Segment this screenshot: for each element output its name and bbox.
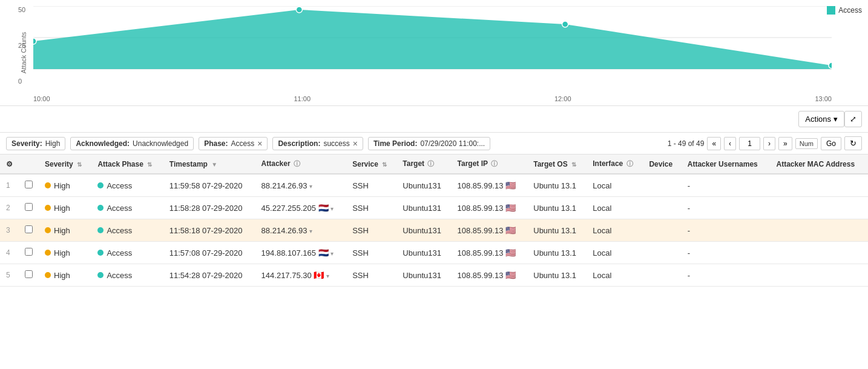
- cell-timestamp: 11:58:18 07-29-2020: [163, 219, 255, 242]
- target-flag: 🇺🇸: [505, 248, 516, 258]
- col-severity[interactable]: Severity ⇅: [39, 155, 91, 174]
- col-settings[interactable]: ⚙: [0, 155, 19, 174]
- filter-desc-close[interactable]: ×: [353, 139, 358, 148]
- filter-ack-value: Unacknowledged: [133, 139, 188, 148]
- filter-acknowledged: Acknowledged: Unacknowledged: [70, 137, 194, 150]
- cell-target: Ubuntu131: [396, 197, 451, 219]
- svg-marker-3: [33, 10, 832, 69]
- x-label-1200: 12:00: [554, 95, 571, 102]
- cell-service: SSH: [346, 197, 396, 219]
- attacker-chevron[interactable]: ▾: [326, 273, 329, 279]
- target-flag: 🇺🇸: [505, 181, 516, 190]
- cell-severity: High: [39, 242, 91, 264]
- y-tick-0: 0: [18, 78, 25, 85]
- severity-text: High: [54, 271, 70, 280]
- filters-row: Severity: High Acknowledged: Unacknowled…: [0, 133, 868, 155]
- cell-timestamp: 11:58:28 07-29-2020: [163, 197, 255, 219]
- filter-phase[interactable]: Phase: Access ×: [199, 137, 268, 150]
- attacker-chevron[interactable]: ▾: [330, 250, 334, 257]
- severity-dot: [45, 205, 51, 211]
- x-axis-labels: 10:00 11:00 12:00 13:00: [33, 95, 832, 102]
- phase-dot: [97, 182, 104, 188]
- page-number-input[interactable]: [739, 137, 760, 150]
- cell-target: Ubuntu131: [396, 174, 451, 197]
- table-header-row: ⚙ Severity ⇅ Attack Phase ⇅ Timestamp ▼ …: [0, 155, 868, 174]
- cell-settings: 1: [0, 174, 19, 197]
- filter-phase-key: Phase:: [204, 139, 228, 148]
- col-attacker-usernames[interactable]: Attacker Usernames: [682, 155, 771, 174]
- cell-target-ip: 108.85.99.13 🇺🇸: [452, 242, 528, 264]
- filter-time: Time Period: 07/29/2020 11:00:...: [368, 137, 490, 150]
- phase-text: Access: [107, 226, 132, 235]
- cell-attack-phase: Access: [91, 264, 163, 287]
- cell-service: SSH: [346, 242, 396, 264]
- table-row[interactable]: 3 High Access 11:58:18 07-29-2020 88.214…: [0, 219, 868, 242]
- cell-attacker: 45.227.255.205 🇳🇱 ▾: [255, 197, 347, 219]
- page-first-button[interactable]: «: [707, 137, 721, 150]
- cell-attacker: 88.214.26.93 ▾: [255, 174, 347, 197]
- col-service[interactable]: Service ⇅: [346, 155, 396, 174]
- filter-time-value: 07/29/2020 11:00:...: [420, 139, 485, 148]
- cell-settings: 4: [0, 242, 19, 264]
- col-attack-phase[interactable]: Attack Phase ⇅: [91, 155, 163, 174]
- cell-checkbox[interactable]: [19, 264, 39, 287]
- col-target-os[interactable]: Target OS ⇅: [527, 155, 587, 174]
- filter-desc-value: success: [323, 139, 349, 148]
- attacker-flag: 🇳🇱: [318, 203, 329, 213]
- target-flag: 🇺🇸: [505, 225, 516, 235]
- actions-button[interactable]: Actions ▾: [798, 111, 844, 127]
- col-interface[interactable]: Interface ⓘ: [587, 155, 643, 174]
- filter-desc-key: Description:: [278, 139, 320, 148]
- table-row[interactable]: 2 High Access 11:58:28 07-29-2020 45.227…: [0, 197, 868, 219]
- phase-text: Access: [107, 181, 132, 190]
- page-prev-button[interactable]: ‹: [724, 137, 736, 150]
- col-timestamp[interactable]: Timestamp ▼: [163, 155, 255, 174]
- col-attacker-mac[interactable]: Attacker MAC Address: [771, 155, 868, 174]
- attacker-chevron[interactable]: ▾: [309, 183, 312, 190]
- cell-target-os: Ubuntu 13.1: [527, 242, 587, 264]
- table-row[interactable]: 4 High Access 11:57:08 07-29-2020 194.88…: [0, 242, 868, 264]
- attacker-flag: 🇨🇦: [314, 270, 324, 280]
- phase-dot: [97, 205, 104, 211]
- severity-dot: [45, 227, 51, 233]
- cell-severity: High: [39, 174, 91, 197]
- attacker-chevron[interactable]: ▾: [309, 228, 312, 234]
- chart-area: Attack Counts Access 50 25 0 10:00 11:00…: [0, 0, 868, 106]
- pagination: 1 - 49 of 49 « ‹ › » Num Go ↻: [668, 136, 862, 150]
- cell-checkbox[interactable]: [19, 197, 39, 219]
- table-wrap: ⚙ Severity ⇅ Attack Phase ⇅ Timestamp ▼ …: [0, 155, 868, 287]
- cell-checkbox[interactable]: [19, 219, 39, 242]
- filter-phase-value: Access: [231, 139, 255, 148]
- filter-severity: Severity: High: [6, 137, 65, 150]
- cell-attacker: 88.214.26.93 ▾: [255, 219, 347, 242]
- cell-target-ip: 108.85.99.13 🇺🇸: [452, 264, 528, 287]
- filter-description[interactable]: Description: success ×: [272, 137, 363, 150]
- page-next-button[interactable]: ›: [763, 137, 775, 150]
- page-last-button[interactable]: »: [778, 137, 792, 150]
- cell-interface: Local: [587, 197, 643, 219]
- go-button[interactable]: Go: [821, 137, 841, 150]
- attacker-chevron[interactable]: ▾: [330, 205, 334, 212]
- phase-dot: [97, 272, 104, 278]
- cell-timestamp: 11:57:08 07-29-2020: [163, 242, 255, 264]
- filter-phase-close[interactable]: ×: [257, 139, 262, 148]
- cell-attacker-usernames: -: [682, 174, 771, 197]
- col-target-ip[interactable]: Target IP ⓘ: [452, 155, 528, 174]
- filter-ack-key: Acknowledged:: [76, 139, 130, 148]
- cell-device: [643, 264, 681, 287]
- cell-target-ip: 108.85.99.13 🇺🇸: [452, 219, 528, 242]
- col-checkbox: [19, 155, 39, 174]
- col-device[interactable]: Device: [643, 155, 681, 174]
- x-label-1000: 10:00: [33, 95, 50, 102]
- svg-point-7: [829, 62, 832, 68]
- table-row[interactable]: 1 High Access 11:59:58 07-29-2020 88.214…: [0, 174, 868, 197]
- severity-text: High: [54, 226, 70, 235]
- cell-checkbox[interactable]: [19, 174, 39, 197]
- table-row[interactable]: 5 High Access 11:54:28 07-29-2020 144.21…: [0, 264, 868, 287]
- col-attacker[interactable]: Attacker ⓘ: [255, 155, 347, 174]
- pagination-range: 1 - 49 of 49: [668, 139, 705, 148]
- col-target[interactable]: Target ⓘ: [396, 155, 451, 174]
- refresh-button[interactable]: ↻: [844, 136, 862, 150]
- cell-checkbox[interactable]: [19, 242, 39, 264]
- expand-button[interactable]: ⤢: [844, 111, 862, 127]
